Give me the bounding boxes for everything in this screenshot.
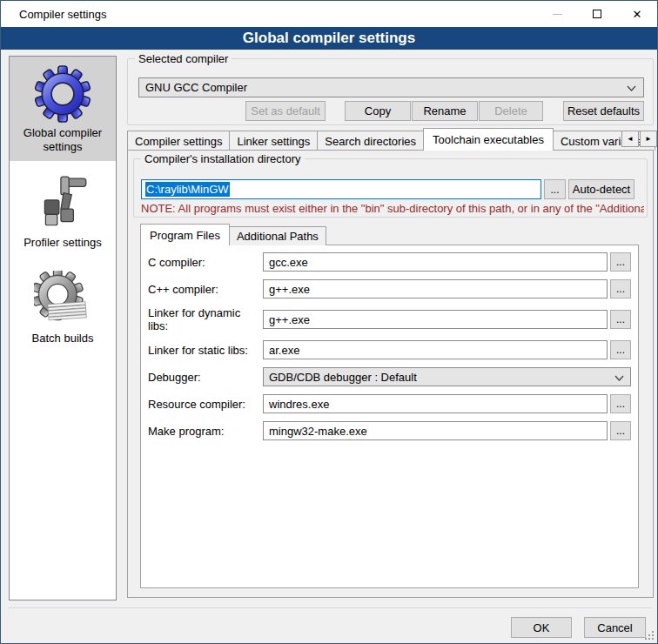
resource-compiler-input[interactable]: windres.exe [263, 394, 608, 413]
dynamic-linker-input[interactable]: g++.exe [263, 310, 608, 329]
caliper-icon [34, 175, 91, 232]
sidebar-item-label: Batch builds [13, 332, 112, 345]
browse-cpp-compiler-button[interactable]: ... [610, 279, 631, 299]
ok-button[interactable]: OK [511, 617, 572, 638]
tab-search-directories[interactable]: Search directories [317, 131, 424, 151]
copy-button[interactable]: Copy [345, 101, 411, 121]
tab-scroll-right-icon[interactable]: ► [640, 131, 657, 147]
close-icon: ✕ [633, 9, 642, 20]
sidebar-item-batch-builds[interactable]: Batch builds [10, 262, 116, 352]
c-compiler-row: C compiler: gcc.exe ... [148, 252, 631, 272]
field-label: C++ compiler: [148, 283, 263, 296]
blue-gear-icon [34, 65, 91, 123]
field-label: C compiler: [148, 256, 263, 269]
c-compiler-input[interactable]: gcc.exe [263, 252, 608, 272]
cpp-compiler-input[interactable]: g++.exe [263, 279, 608, 299]
browse-static-linker-button[interactable]: ... [610, 340, 631, 359]
sidebar-item-profiler-settings[interactable]: Profiler settings [10, 166, 116, 257]
tab-program-files[interactable]: Program Files [140, 224, 230, 245]
cpp-compiler-row: C++ compiler: g++.exe ... [148, 279, 631, 299]
page-title: Global compiler settings [1, 27, 657, 50]
settings-category-list: Global compiler settings Profiler settin… [9, 56, 117, 600]
field-label: Debugger: [148, 371, 263, 384]
resource-compiler-row: Resource compiler: windres.exe ... [148, 394, 631, 413]
caption-buttons: ✕ [537, 1, 657, 27]
field-label: Linker for dynamic libs: [148, 306, 263, 332]
dynamic-linker-row: Linker for dynamic libs: g++.exe ... [148, 306, 631, 332]
tab-scroll-buttons: ◄ ► [621, 131, 657, 147]
installation-directory-input[interactable]: C:\raylib\MinGW [141, 179, 541, 199]
debugger-select[interactable]: GDB/CDB debugger : Default [263, 367, 631, 386]
browse-dynamic-linker-button[interactable]: ... [610, 310, 631, 329]
tab-toolchain-executables[interactable]: Toolchain executables [423, 128, 554, 151]
debugger-row: Debugger: GDB/CDB debugger : Default [148, 367, 631, 386]
sidebar-item-global-compiler-settings[interactable]: Global compiler settings [10, 57, 116, 161]
compiler-select-value: GNU GCC Compiler [145, 81, 247, 94]
static-linker-input[interactable]: ar.exe [263, 340, 608, 359]
group-label: Selected compiler [135, 52, 232, 65]
window-title: Compiler settings [1, 8, 106, 21]
compiler-settings-dialog: Compiler settings ✕ Global compiler sett… [0, 0, 658, 644]
field-label: Resource compiler: [148, 398, 263, 411]
title-bar[interactable]: Compiler settings ✕ [1, 1, 657, 27]
close-button[interactable]: ✕ [617, 1, 657, 27]
auto-detect-button[interactable]: Auto-detect [568, 179, 634, 199]
make-program-input[interactable]: mingw32-make.exe [263, 421, 608, 440]
chevron-down-icon [627, 84, 636, 93]
field-value: ar.exe [269, 344, 299, 357]
maximize-icon [593, 10, 601, 18]
minimize-icon [553, 14, 562, 15]
field-value: mingw32-make.exe [269, 425, 367, 438]
selected-path-text: C:\raylib\MinGW [145, 182, 230, 197]
make-program-row: Make program: mingw32-make.exe ... [148, 421, 631, 440]
minimize-button[interactable] [537, 1, 577, 27]
bin-subdirectory-note: NOTE: All programs must exist either in … [141, 202, 644, 215]
footer-divider [8, 607, 652, 608]
reset-defaults-button[interactable]: Reset defaults [563, 101, 644, 121]
group-label: Compiler's installation directory [141, 152, 305, 165]
settings-tab-strip: Compiler settings Linker settings Search… [127, 128, 658, 151]
browse-c-compiler-button[interactable]: ... [610, 252, 631, 272]
cancel-button[interactable]: Cancel [584, 617, 646, 638]
field-value: g++.exe [269, 283, 310, 296]
tab-additional-paths[interactable]: Additional Paths [229, 226, 326, 245]
selected-compiler-group: Selected compiler GNU GCC Compiler Set a… [127, 58, 654, 125]
delete-button[interactable]: Delete [479, 101, 543, 121]
program-files-tab-strip: Program Files Additional Paths [140, 224, 326, 245]
field-value: windres.exe [269, 398, 329, 411]
tab-linker-settings[interactable]: Linker settings [229, 131, 318, 151]
field-label: Make program: [148, 425, 263, 438]
browse-directory-button[interactable]: ... [544, 179, 566, 199]
static-linker-row: Linker for static libs: ar.exe ... [148, 340, 631, 359]
field-label: Linker for static libs: [148, 344, 263, 357]
field-value: gcc.exe [269, 256, 308, 269]
program-files-panel: C compiler: gcc.exe ... C++ compiler: g+… [140, 245, 639, 588]
set-as-default-button[interactable]: Set as default [245, 101, 326, 121]
browse-make-program-button[interactable]: ... [610, 421, 631, 440]
installation-directory-group: Compiler's installation directory C:\ray… [133, 158, 648, 218]
tab-scroll-left-icon[interactable]: ◄ [621, 131, 639, 147]
tab-compiler-settings[interactable]: Compiler settings [127, 131, 230, 151]
compiler-select[interactable]: GNU GCC Compiler [138, 77, 644, 97]
browse-resource-compiler-button[interactable]: ... [610, 394, 631, 413]
debugger-select-value: GDB/CDB debugger : Default [269, 371, 417, 384]
sidebar-item-label: Profiler settings [13, 236, 112, 250]
sidebar-item-label: Global compiler settings [13, 126, 112, 154]
chevron-down-icon [614, 373, 624, 383]
field-value: g++.exe [269, 313, 310, 326]
maximize-button[interactable] [577, 1, 617, 27]
resize-grip[interactable] [644, 630, 655, 641]
rename-button[interactable]: Rename [412, 101, 478, 121]
gray-gear-stack-icon [34, 271, 91, 328]
